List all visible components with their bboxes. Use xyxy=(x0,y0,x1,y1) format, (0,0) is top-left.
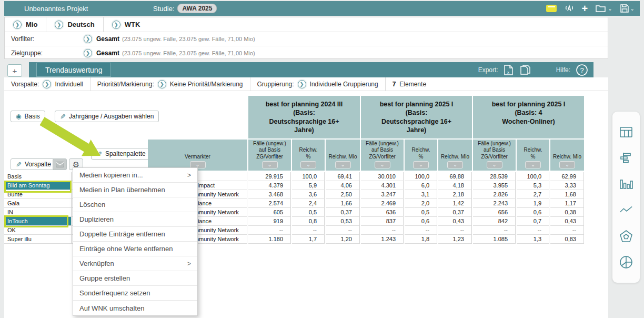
study-badge: AWA 2025 xyxy=(177,4,217,13)
folder-icon[interactable]: ⌄ xyxy=(595,4,612,13)
value-cell: 1,66 xyxy=(326,199,360,208)
media-row-bild-am-sonntag[interactable]: Bild am Sonntag xyxy=(4,181,72,190)
vorfilter-detail: (23.075 ungew. Fälle, 23.075 gew. Fälle,… xyxy=(122,36,255,42)
study-header-2: best for planning 2025 I (Basis: 4 Woche… xyxy=(473,96,584,138)
value-cell: -- xyxy=(405,226,437,235)
setting-mio[interactable]: ❯Mio xyxy=(5,17,46,32)
add-tab-button[interactable]: + xyxy=(7,64,22,77)
column-option-chevron-icon[interactable]: ⌄ xyxy=(300,161,316,168)
pie-chart-icon[interactable] xyxy=(619,255,633,269)
value-cell: 0,5 xyxy=(292,208,325,217)
menu-item-6[interactable]: Verknüpfen> xyxy=(73,256,197,271)
zielgruppe-value[interactable]: Gesamt xyxy=(96,49,119,57)
menu-item-label: Duplizieren xyxy=(79,215,114,223)
column-option-chevron-icon[interactable]: ⌄ xyxy=(525,161,541,168)
app-window: Unbenanntes Projekt Studie: AWA 2025 + ⌄… xyxy=(0,0,644,318)
menu-item-3[interactable]: Duplizieren xyxy=(73,212,197,227)
media-row-in[interactable]: IN xyxy=(4,208,72,217)
zielgruppe-label: Zielgruppe: xyxy=(5,49,84,57)
toolbar: Trendauswertung Export: x Hilfe: ? xyxy=(29,62,593,77)
menu-item-2[interactable]: Löschen xyxy=(73,197,197,212)
pencil-icon: ✎ xyxy=(96,150,102,158)
column-option-chevron-icon[interactable]: ⌄ xyxy=(559,161,575,168)
vbar-chart-icon[interactable] xyxy=(619,177,633,191)
line-chart-icon[interactable] xyxy=(619,203,633,217)
vorspalte-setting[interactable]: Vorspalte: ❯ Individuell xyxy=(4,77,90,91)
value-cell: 30.010 xyxy=(361,172,404,181)
radar-chart-icon[interactable] xyxy=(619,230,633,243)
element-count: 7 Elemente xyxy=(386,77,433,91)
menu-item-label: Gruppe erstellen xyxy=(79,274,130,282)
chevron-circle-icon[interactable]: ❯ xyxy=(84,35,92,43)
basis-button[interactable]: ◉ Basis xyxy=(11,111,45,122)
value-cell: 1,23 xyxy=(438,235,472,244)
value-cell: 2.826 xyxy=(473,190,516,199)
table-view-icon[interactable] xyxy=(619,125,633,139)
chevron-circle-icon: ❯ xyxy=(13,21,22,29)
chevron-down-icon: ⌄ xyxy=(608,6,612,12)
menu-item-label: Doppelte Einträge entfernen xyxy=(79,230,165,238)
spaltenpalette-button[interactable]: ✎ Spaltenpalette xyxy=(91,148,151,160)
tab-trendauswertung[interactable]: Trendauswertung xyxy=(36,63,111,77)
menu-item-4[interactable]: Doppelte Einträge entfernen xyxy=(73,227,197,242)
svg-text:?: ? xyxy=(580,66,584,74)
media-row-ok[interactable]: OK xyxy=(4,226,72,235)
copy-pages-icon[interactable] xyxy=(519,64,532,76)
column-option-chevron-icon[interactable]: ⌄ xyxy=(262,161,278,168)
gruppierung-setting[interactable]: Gruppierung: ❯ Individuelle Gruppierung xyxy=(250,77,386,91)
column-option-chevron-icon[interactable]: ⌄ xyxy=(413,161,429,168)
menu-item-8[interactable]: Sonderfrequenz setzen xyxy=(73,286,197,301)
column-option-chevron-icon[interactable]: ⌄ xyxy=(335,161,351,168)
menu-item-0[interactable]: Medien kopieren in...> xyxy=(73,168,197,183)
column-option-chevron-icon[interactable]: ⌄ xyxy=(487,161,502,168)
save-icon[interactable]: ⌄ xyxy=(620,4,635,13)
menu-item-7[interactable]: Gruppe erstellen xyxy=(73,271,197,286)
menu-item-5[interactable]: Einträge ohne Werte entfernen xyxy=(73,242,197,256)
plus-icon[interactable]: + xyxy=(582,3,588,14)
value-cell: 62,99 xyxy=(550,172,584,181)
column-option-chevron-icon[interactable]: ⌄ xyxy=(447,161,463,168)
value-cell: 3,6 xyxy=(292,190,325,199)
pencil-icon: ✎ xyxy=(60,113,66,121)
vorspalte-button[interactable]: ✎ Vorspalte xyxy=(11,158,56,170)
jahrgaenge-button-label: Jahrgänge / Ausgaben wählen xyxy=(69,113,154,120)
hbar-chart-icon[interactable] xyxy=(619,151,633,165)
value-cell: -- xyxy=(517,226,549,235)
antenna-icon[interactable] xyxy=(564,4,575,13)
value-cell: 4,18 xyxy=(438,181,472,190)
envelope-button[interactable] xyxy=(53,158,67,170)
svg-text:x: x xyxy=(507,70,509,75)
chart-type-sidebar xyxy=(612,112,640,283)
pencil-icon: ✎ xyxy=(16,161,22,168)
setting-wtk[interactable]: ❯WTK xyxy=(104,17,149,32)
media-row-gala[interactable]: Gala xyxy=(4,199,72,208)
value-cell: 1.180 xyxy=(248,235,291,244)
menu-item-label: Medien in Plan übernehmen xyxy=(79,186,165,194)
column-option-chevron-icon[interactable]: ⌄ xyxy=(375,161,390,168)
value-cell: 2,7 xyxy=(517,190,549,199)
menu-item-9[interactable]: Auf WNK umschalten xyxy=(73,301,197,315)
study-label: Studie: xyxy=(153,5,174,13)
setting-wtk-label: WTK xyxy=(125,21,140,28)
view-settings-row: Vorspalte: ❯ Individuell Priorität/Marki… xyxy=(4,77,608,91)
setting-deutsch[interactable]: ❯Deutsch xyxy=(46,17,103,32)
prioritaet-setting[interactable]: Priorität/Markierung: ❯ Keine Priorität/… xyxy=(90,77,250,91)
menu-item-1[interactable]: Medien in Plan übernehmen xyxy=(73,183,197,197)
trend-table-area: ◉ Basis ✎ Jahrgänge / Ausgaben wählen ✎ … xyxy=(4,91,608,318)
jahrgaenge-button[interactable]: ✎ Jahrgänge / Ausgaben wählen xyxy=(55,111,159,122)
excel-export-icon[interactable]: x xyxy=(504,64,514,76)
media-row-super-illu[interactable]: Super illu xyxy=(4,235,72,244)
value-cell: -- xyxy=(292,226,325,235)
study-header-0: best for planning 2024 III (Basis: Deuts… xyxy=(248,96,360,138)
value-cell: 656 xyxy=(473,208,516,217)
media-row-bunte[interactable]: Bunte xyxy=(4,190,72,199)
yellow-panel-icon[interactable] xyxy=(546,5,557,12)
value-cell: 1,7 xyxy=(292,235,325,244)
chevron-circle-icon[interactable]: ❯ xyxy=(84,49,92,57)
menu-item-label: Auf WNK umschalten xyxy=(79,304,145,312)
media-row-basis[interactable]: Basis xyxy=(4,172,72,181)
vorfilter-row: Vorfilter: ❯ Gesamt (23.075 ungew. Fälle… xyxy=(5,32,608,46)
vorfilter-value[interactable]: Gesamt xyxy=(96,35,119,43)
media-row-intouch[interactable]: InTouch xyxy=(4,217,72,226)
question-circle-icon[interactable]: ? xyxy=(576,64,588,76)
